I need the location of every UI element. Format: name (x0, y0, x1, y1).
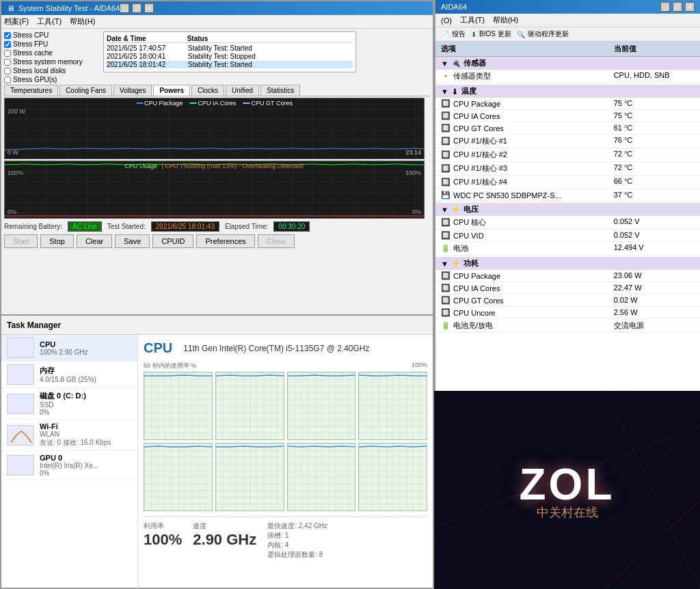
log-row-1: 2021/6/25 17:40:57 Stability Test: Start… (107, 44, 353, 52)
power-uncore-row: 🔲CPU Uncore 2.56 W (435, 307, 700, 319)
temp-cpu-gt-name: 🔲CPU GT Cores (435, 122, 608, 134)
tab-powers[interactable]: Powers (153, 85, 190, 96)
log-row-2: 2021/6/25 18:00:41 Stability Test: Stopp… (107, 53, 353, 60)
cpu-graph-1 (215, 372, 284, 440)
section-sensor-header[interactable]: ▼ 🔌 传感器 (435, 57, 700, 70)
log-date-2: 2021/6/25 18:00:41 (107, 53, 185, 60)
stat-util-value: 100% (144, 531, 182, 549)
stress-cpu-checkbox[interactable] (4, 32, 11, 39)
tab-cooling[interactable]: Cooling Fans (59, 85, 112, 96)
start-button[interactable]: Start (4, 234, 38, 248)
document-icon: 📄 (441, 31, 449, 38)
log-section: Date & Time Status 2021/6/25 17:40:57 St… (103, 31, 356, 72)
cpu-usage-chart: CPU Usage | CPU Throttling (max 13%) - O… (4, 161, 425, 219)
zol-logo: ZOL (520, 459, 615, 510)
power-uncore-name: 🔲CPU Uncore (435, 307, 608, 318)
clear-button[interactable]: Clear (77, 234, 112, 248)
power-icon: ⚡ (451, 259, 461, 268)
wifi-speed: 发送: 0 接收: 16.0 Kbps (40, 438, 132, 448)
memory-name: 内存 (40, 366, 132, 376)
sidebar-item-disk[interactable]: 磁盘 0 (C: D:) SSD 0% (1, 388, 137, 420)
gpu-usage: 0% (40, 469, 132, 477)
menu-file[interactable]: 档案(F) (4, 16, 29, 27)
sensor-close-btn[interactable]: × (685, 2, 695, 12)
menu-tools[interactable]: 工具(T) (37, 16, 62, 27)
stress-memory-checkbox[interactable] (4, 59, 11, 66)
power-uncore-value: 2.56 W (608, 307, 700, 318)
sensor-maximize-btn[interactable]: □ (673, 2, 682, 12)
cpuid-button[interactable]: CPUID (152, 234, 193, 248)
cpu-icon-5: 🔲 (441, 150, 450, 159)
voltage-vid-value: 0.052 V (608, 230, 700, 241)
section-temp-header[interactable]: ▼ 🌡 温度 (435, 85, 700, 98)
temp-cpu-package-name: 🔲CPU Package (435, 98, 608, 109)
temp-section-arrow: ▼ (441, 87, 448, 96)
stop-button[interactable]: Stop (40, 234, 74, 248)
save-button[interactable]: Save (115, 234, 150, 248)
disk-type: SSD (40, 401, 132, 409)
cpu-icon-2: 🔲 (441, 111, 450, 120)
battery-label: Remaining Battery: (4, 223, 62, 230)
sensor-menu-help[interactable]: 帮助(H) (493, 15, 518, 25)
legend-cpu-ia-cores: CPU IA Cores (198, 100, 237, 107)
toolbar-driver-label: 驱动程序更新 (528, 29, 569, 39)
voltage-vid-row: 🔲CPU VID 0.052 V (435, 230, 700, 242)
cpu-detail-header: CPU 11th Gen Intel(R) Core(TM) i5-1135G7… (144, 340, 427, 356)
stress-gpu-label: Stress GPU(s) (13, 76, 57, 83)
toolbar-driver-btn[interactable]: 🔍 驱动程序更新 (517, 29, 569, 39)
tab-voltages[interactable]: Voltages (113, 85, 152, 96)
temp-cpu-ia-row: 🔲CPU IA Cores 75 °C (435, 110, 700, 122)
gpu-info: GPU 0 Intel(R) Iris(R) Xe... 0% (40, 454, 132, 477)
cpu-graphs-grid (144, 372, 427, 511)
sensor-menu-o[interactable]: (O) (441, 16, 452, 25)
taskmgr-titlebar: Task Manager (1, 316, 433, 335)
battery-value: AC Line (68, 221, 102, 232)
toolbar-bios-label: BIOS 更新 (479, 29, 511, 39)
stress-disks-checkbox[interactable] (4, 68, 11, 74)
sensor-menu-tools[interactable]: 工具(T) (460, 15, 485, 25)
temp-cpu-package-row: 🔲CPU Package 75 °C (435, 98, 700, 110)
tab-clocks[interactable]: Clocks (191, 85, 224, 96)
sensor-title: AIDA64 (441, 3, 467, 11)
minimize-button[interactable]: _ (120, 3, 129, 13)
sidebar-item-wifi[interactable]: Wi-Fi WLAN 发送: 0 接收: 16.0 Kbps (1, 420, 137, 451)
stress-gpu-checkbox[interactable] (4, 77, 11, 83)
toolbar-report-btn[interactable]: 📄 报告 (441, 29, 466, 39)
menu-help[interactable]: 帮助(H) (70, 16, 95, 27)
tab-temperatures[interactable]: Temperatures (4, 85, 58, 96)
sidebar-item-memory[interactable]: 内存 4.0/15.8 GB (25%) (1, 361, 137, 388)
cpu-icon-4: 🔲 (441, 137, 450, 146)
section-power-header[interactable]: ▼ ⚡ 功耗 (435, 257, 700, 270)
sensor-minimize-btn[interactable]: _ (660, 2, 670, 12)
sidebar-item-gpu[interactable]: GPU 0 Intel(R) Iris(R) Xe... 0% (1, 451, 137, 480)
memory-thumbnail (7, 364, 34, 385)
sidebar-item-cpu[interactable]: CPU 100% 2.90 GHz (1, 335, 137, 361)
sensor-table-scroll[interactable]: 选项 当前值 ▼ 🔌 传感器 🔸 传感器类型 CPU, HDD, SNB ▼ 🌡… (435, 42, 700, 404)
chart2-throttle-label: | CPU Throttling (max 13%) - Overheating… (162, 163, 304, 169)
status-bar: Remaining Battery: AC Line Test Started:… (4, 221, 430, 232)
power-chart: CPU Package CPU IA Cores CPU GT Cores 20… (4, 98, 425, 159)
temp-ssd-name: 💾WDC PC SN530 SDBPMPZ-S... (435, 189, 608, 201)
temp-core4-value: 66 °C (608, 176, 700, 189)
cpu-graph-0 (144, 372, 213, 440)
cpu-icon-7: 🔲 (441, 178, 450, 187)
power-section-arrow: ▼ (441, 260, 448, 268)
stat-cores: 内核: 4 (267, 540, 327, 550)
power-pkg-name: 🔲CPU Package (435, 270, 608, 282)
search-icon: 🔍 (517, 31, 525, 38)
close-button-main[interactable]: Close (258, 234, 295, 248)
preferences-button[interactable]: Preferences (196, 234, 254, 248)
maximize-button[interactable]: □ (132, 3, 142, 13)
toolbar-bios-btn[interactable]: ⬇ BIOS 更新 (471, 29, 511, 39)
stress-fpu-checkbox[interactable] (4, 41, 11, 48)
temp-core3-row: 🔲CPU #1/核心 #3 72 °C (435, 162, 700, 176)
stress-cache-checkbox[interactable] (4, 50, 11, 57)
section-voltage-header[interactable]: ▼ ⚡ 电压 (435, 203, 700, 216)
close-button[interactable]: × (144, 3, 154, 13)
aida-body: Stress CPU Stress FPU Stress cache Stres… (1, 29, 433, 251)
temp-cpu-package-value: 75 °C (608, 98, 700, 109)
sensor-chip-icon: 🔌 (451, 59, 461, 68)
tab-statistics[interactable]: Statistics (260, 85, 300, 96)
power-gt-row: 🔲CPU GT Cores 0.02 W (435, 294, 700, 307)
tab-unified[interactable]: Unified (226, 85, 259, 96)
